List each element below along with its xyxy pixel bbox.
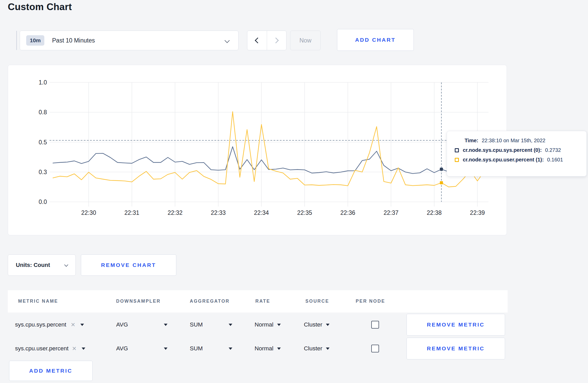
tooltip-series-value: 0.2732 [545, 147, 561, 153]
table-row: sys.cpu.user.percent × AVG SUM Normal Cl… [0, 337, 588, 360]
caret-down-icon [229, 347, 232, 350]
now-button[interactable]: Now [290, 31, 321, 50]
range-accent-divider [16, 31, 17, 50]
tooltip-series-value: 0.1601 [547, 157, 563, 163]
series-user-swatch-icon [455, 158, 459, 162]
cpu-usage-chart[interactable]: 0.00.30.50.81.022:3022:3122:3222:3322:34… [8, 65, 506, 235]
remove-metric-button[interactable]: REMOVE METRIC [407, 338, 505, 359]
series-line [53, 112, 485, 187]
time-nav-group [247, 31, 286, 50]
x-tick-label: 22:39 [470, 209, 485, 216]
tooltip-series-name: cr.node.sys.cpu.user.percent (1): [463, 157, 544, 163]
remove-metric-button[interactable]: REMOVE METRIC [407, 314, 505, 336]
page-title: Custom Chart [8, 2, 72, 12]
chevron-right-icon [273, 38, 279, 44]
hover-marker [440, 168, 443, 171]
caret-down-icon [229, 324, 232, 326]
add-metric-button[interactable]: ADD METRIC [9, 361, 93, 381]
time-range-label: Past 10 Minutes [52, 37, 95, 44]
series-line [53, 147, 485, 174]
table-row: sys.cpu.sys.percent × AVG SUM Normal Clu… [0, 314, 588, 336]
x-tick-label: 22:34 [254, 209, 269, 216]
column-header-aggregator: AGGREGATOR [190, 299, 230, 304]
x-tick-label: 22:37 [383, 209, 398, 216]
time-range-badge: 10m [26, 35, 44, 46]
y-tick-label: 0.3 [39, 169, 47, 175]
x-tick-label: 22:31 [124, 209, 139, 216]
per-node-checkbox[interactable] [371, 345, 379, 352]
x-tick-label: 22:33 [211, 209, 226, 216]
aggregator-select[interactable]: SUM [190, 345, 232, 352]
caret-down-icon [164, 324, 167, 326]
next-range-button[interactable] [267, 31, 286, 50]
tooltip-series-name: cr.node.sys.cpu.sys.percent (0): [463, 147, 542, 153]
caret-down-icon [82, 347, 85, 350]
metric-name-select[interactable]: sys.cpu.user.percent × [15, 345, 85, 352]
caret-down-icon [164, 347, 167, 350]
source-select[interactable]: Cluster [304, 345, 330, 352]
column-header-downsampler: DOWNSAMPLER [116, 299, 161, 304]
y-tick-label: 0.0 [39, 198, 47, 205]
chart-card: 0.00.30.50.81.022:3022:3122:3222:3322:34… [8, 65, 507, 235]
chevron-down-icon [225, 38, 230, 43]
column-header-rate: RATE [255, 299, 270, 304]
y-tick-label: 0.5 [39, 139, 47, 146]
tooltip-series-row: cr.node.sys.cpu.sys.percent (0): 0.2732 [455, 147, 580, 153]
y-tick-label: 0.8 [39, 109, 47, 116]
tooltip-time-value: 22:38:10 on Mar 15th, 2022 [482, 138, 545, 144]
downsampler-select[interactable]: AVG [116, 321, 167, 328]
source-select[interactable]: Cluster [304, 321, 330, 328]
x-tick-label: 22:32 [167, 209, 183, 216]
downsampler-select[interactable]: AVG [116, 345, 167, 352]
hover-marker [440, 181, 443, 184]
y-tick-label: 1.0 [39, 79, 47, 86]
add-chart-button[interactable]: ADD CHART [337, 29, 414, 51]
column-header-source: SOURCE [305, 299, 329, 304]
per-node-checkbox[interactable] [371, 321, 379, 329]
chart-hover-tooltip: Time: 22:38:10 on Mar 15th, 2022 cr.node… [447, 131, 587, 176]
time-range-select[interactable]: 10m Past 10 Minutes [20, 31, 239, 50]
custom-chart-page: Custom Chart 10m Past 10 Minutes Now ADD… [0, 0, 588, 383]
tooltip-time-label: Time: [465, 138, 478, 144]
x-tick-label: 22:30 [81, 209, 96, 216]
units-select[interactable]: Units: Count [8, 254, 76, 276]
rate-select[interactable]: Normal [255, 345, 281, 352]
clear-metric-icon[interactable]: × [72, 345, 76, 352]
x-tick-label: 22:36 [340, 209, 355, 216]
x-tick-label: 22:38 [427, 209, 442, 216]
column-header-metric-name: METRIC NAME [18, 299, 58, 304]
caret-down-icon [277, 347, 281, 350]
series-sys-swatch-icon [455, 148, 459, 152]
metric-name-select[interactable]: sys.cpu.sys.percent × [15, 321, 84, 328]
tooltip-time-row: Time: 22:38:10 on Mar 15th, 2022 [465, 138, 580, 144]
caret-down-icon [326, 347, 330, 350]
chevron-down-icon [64, 263, 68, 267]
column-header-per-node: PER NODE [356, 299, 385, 304]
aggregator-select[interactable]: SUM [190, 321, 232, 328]
x-tick-label: 22:35 [297, 209, 312, 216]
rate-select[interactable]: Normal [255, 321, 281, 328]
metrics-table-header: METRIC NAME DOWNSAMPLER AGGREGATOR RATE … [8, 290, 508, 313]
remove-chart-button[interactable]: REMOVE CHART [81, 254, 176, 276]
caret-down-icon [80, 324, 84, 326]
chevron-left-icon [255, 38, 261, 44]
caret-down-icon [326, 324, 330, 326]
clear-metric-icon[interactable]: × [71, 321, 75, 328]
caret-down-icon [277, 324, 281, 326]
tooltip-series-row: cr.node.sys.cpu.user.percent (1): 0.1601 [455, 157, 580, 163]
units-label: Units: Count [16, 262, 50, 268]
prev-range-button[interactable] [247, 31, 267, 50]
